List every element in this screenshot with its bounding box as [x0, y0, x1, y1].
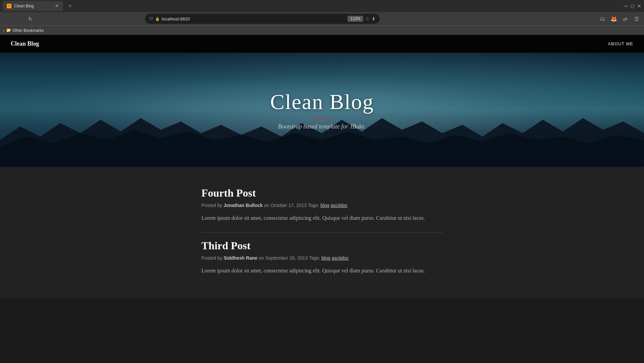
bookmarks-bar: » 📁 Other Bookmarks [0, 25, 644, 35]
address-bar[interactable]: 🛡 🔒 localhost:8820 110% ☆ ⬇ [145, 14, 380, 24]
post-date: September 26, 2013 [265, 255, 308, 261]
post-tag-blog[interactable]: blog [320, 203, 329, 208]
hero-section: Clean Blog Bootstrap based template for … [0, 53, 644, 167]
hero-divider [312, 118, 332, 119]
post-item: Third Post Posted by Siddhesh Rane on Se… [201, 233, 443, 285]
post-title-link[interactable]: Third Post [201, 240, 251, 252]
refresh-button[interactable]: ↻ [25, 14, 35, 23]
bookmark-star-icon[interactable]: ☆ [365, 16, 370, 22]
site-brand-link[interactable]: Clean Blog [11, 40, 39, 47]
synced-tabs-icon[interactable]: ⇄ [621, 14, 630, 23]
post-list: Fourth Post Posted by Jonathan Bullock o… [195, 180, 449, 285]
post-author: Jonathan Bullock [223, 203, 263, 208]
container-icon[interactable]: 🗂 [598, 14, 607, 23]
restore-button[interactable]: ◻ [631, 3, 635, 9]
bookmarks-folder-icon: 📁 [6, 28, 11, 33]
firefox-account-icon[interactable]: 🦊 [609, 14, 619, 23]
hero-subtitle: Bootstrap based template for JBake. [270, 123, 374, 130]
post-date: October 17, 2013 [270, 203, 307, 208]
menu-button[interactable]: ☰ [632, 14, 641, 23]
pocket-icon[interactable]: ⬇ [372, 16, 376, 22]
zoom-level: 110% [347, 16, 363, 22]
site-nav-links: ABOUT ME [608, 41, 633, 46]
post-meta: Posted by Jonathan Bullock on October 17… [201, 203, 443, 208]
post-item: Fourth Post Posted by Jonathan Bullock o… [201, 180, 443, 233]
site-navigation: Clean Blog ABOUT ME [0, 35, 644, 53]
browser-tab[interactable]: 🦊 Clean Blog ✕ [3, 1, 63, 11]
hero-content: Clean Blog Bootstrap based template for … [270, 90, 374, 130]
new-tab-button[interactable]: + [66, 2, 74, 10]
website: Clean Blog ABOUT ME Clean Blog Bootstrap… [0, 35, 644, 299]
browser-chrome: 🦊 Clean Blog ✕ + ─ ◻ ✕ ‹ › ↻ 🛡 🔒 localho… [0, 0, 644, 35]
post-tag-asciidoc[interactable]: asciidoc [331, 203, 348, 208]
post-title-link[interactable]: Fourth Post [201, 187, 256, 199]
shield-icon: 🛡 [149, 16, 153, 21]
minimize-button[interactable]: ─ [624, 3, 628, 10]
post-excerpt: Lorem ipsum dolor sit amet, consectetur … [201, 213, 443, 222]
tab-close-button[interactable]: ✕ [55, 4, 59, 8]
browser-titlebar: 🦊 Clean Blog ✕ + ─ ◻ ✕ [0, 0, 644, 12]
forward-button[interactable]: › [14, 14, 23, 23]
post-tag-blog[interactable]: blog [322, 255, 330, 261]
toolbar-right-icons: 🗂 🦊 ⇄ ☰ [598, 14, 641, 23]
post-author: Siddhesh Rane [223, 255, 257, 261]
post-excerpt: Lorem ipsum dolor sit amet, consectetur … [201, 266, 443, 275]
post-title: Third Post [201, 240, 443, 252]
post-tag-asciidoc[interactable]: asciidoc [332, 255, 349, 261]
url-display: localhost:8820 [162, 16, 345, 21]
close-window-button[interactable]: ✕ [637, 3, 641, 9]
tab-favicon: 🦊 [7, 4, 11, 8]
browser-toolbar: ‹ › ↻ 🛡 🔒 localhost:8820 110% ☆ ⬇ 🗂 🦊 ⇄ … [0, 12, 644, 25]
hero-title: Clean Blog [270, 90, 374, 114]
lock-icon: 🔒 [155, 17, 160, 21]
post-meta: Posted by Siddhesh Rane on September 26,… [201, 255, 443, 261]
about-me-link[interactable]: ABOUT ME [608, 41, 633, 46]
other-bookmarks-link[interactable]: Other Bookmarks [12, 28, 44, 33]
bookmarks-chevron-icon[interactable]: » [3, 28, 5, 33]
post-title: Fourth Post [201, 187, 443, 199]
main-content: Fourth Post Posted by Jonathan Bullock o… [0, 167, 644, 299]
tab-title: Clean Blog [14, 4, 52, 8]
back-button[interactable]: ‹ [3, 14, 12, 23]
